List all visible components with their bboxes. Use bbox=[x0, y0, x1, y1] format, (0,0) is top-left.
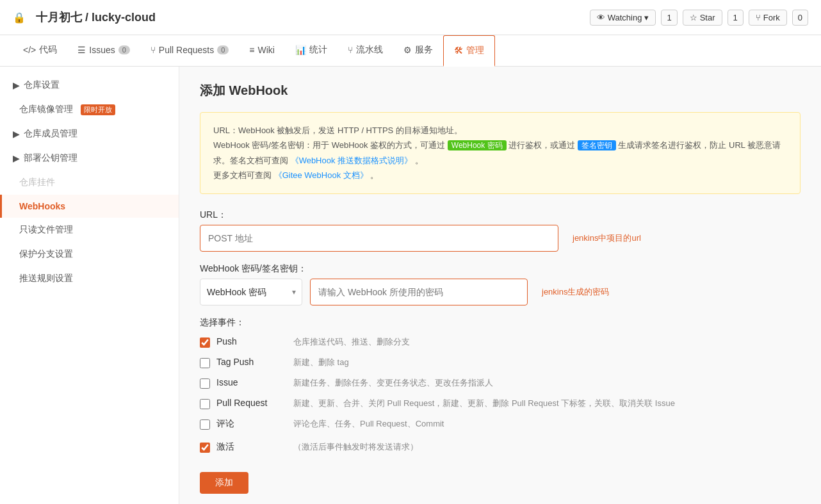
star-icon: ☆ bbox=[690, 13, 697, 22]
star-label: Star bbox=[700, 13, 715, 22]
push-label: Push bbox=[216, 336, 280, 346]
org-link[interactable]: 十月初七 bbox=[36, 11, 82, 24]
issue-checkbox[interactable] bbox=[200, 378, 210, 389]
webhook-type-select[interactable]: WebHook 密码 签名密钥 bbox=[200, 279, 302, 305]
sidebar-member-label: 仓库成员管理 bbox=[24, 128, 77, 140]
header-title: 十月初七 / lucky-cloud bbox=[36, 10, 156, 25]
nav: </> 代码 ☰ Issues 0 ⑂ Pull Requests 0 ≡ Wi… bbox=[0, 35, 821, 67]
active-checkbox[interactable] bbox=[200, 443, 210, 453]
push-desc: 仓库推送代码、推送、删除分支 bbox=[293, 336, 410, 348]
layout: ▶ 仓库设置 仓库镜像管理 限时开放 ▶ 仓库成员管理 ▶ 部署公钥管理 仓库挂… bbox=[0, 67, 821, 504]
pipeline-icon: ⑂ bbox=[348, 45, 353, 55]
sidebar-item-repo-plugin[interactable]: 仓库挂件 bbox=[0, 170, 179, 195]
issues-icon: ☰ bbox=[77, 45, 86, 55]
submit-section: 添加 bbox=[200, 466, 801, 494]
pull-request-checkbox[interactable] bbox=[200, 399, 210, 409]
nav-item-manage[interactable]: 🛠 管理 bbox=[443, 35, 495, 67]
pull-request-desc: 新建、更新、合并、关闭 Pull Request，新建、更新、删除 Pull R… bbox=[293, 398, 675, 409]
sidebar-plugin-label: 仓库挂件 bbox=[19, 177, 55, 188]
nav-item-wiki[interactable]: ≡ Wiki bbox=[239, 35, 285, 66]
manage-icon: 🛠 bbox=[454, 45, 463, 56]
url-label: URL： bbox=[200, 209, 801, 221]
active-desc: （激活后事件触发时将发送请求） bbox=[293, 441, 418, 453]
webhook-password-tag: WebHook 密码 bbox=[448, 140, 507, 150]
chevron-down-icon: ▾ bbox=[644, 13, 649, 22]
password-input[interactable] bbox=[310, 279, 528, 305]
header: 🔒 十月初七 / lucky-cloud 👁 Watching ▾ 1 ☆ St… bbox=[0, 0, 821, 35]
info-line2: WebHook 密码/签名密钥：用于 WebHook 鉴权的方式，可通过 Web… bbox=[213, 138, 787, 168]
info-box: URL：WebHook 被触发后，发送 HTTP / HTTPS 的目标通知地址… bbox=[200, 112, 801, 194]
sidebar-mirror-label: 仓库镜像管理 bbox=[19, 104, 73, 115]
issue-label: Issue bbox=[216, 377, 280, 387]
arrow-icon-member: ▶ bbox=[13, 129, 20, 139]
event-row-comment: 评论 评论仓库、任务、Pull Request、Commit bbox=[200, 418, 801, 430]
gitee-webhook-doc-link[interactable]: 《Gitee WebHook 文档》 bbox=[274, 170, 368, 180]
lock-icon: 🔒 bbox=[13, 12, 26, 24]
nav-item-issues[interactable]: ☰ Issues 0 bbox=[67, 35, 140, 66]
format-doc-link[interactable]: 《WebHook 推送数据格式说明》 bbox=[291, 156, 412, 165]
nav-item-stats[interactable]: 📊 统计 bbox=[285, 35, 337, 66]
wiki-icon: ≡ bbox=[249, 45, 254, 55]
fork-button[interactable]: ⑂ Fork bbox=[749, 10, 787, 26]
events-group: 选择事件： Push 仓库推送代码、推送、删除分支 Tag Push 新建、删除… bbox=[200, 317, 801, 430]
sidebar-item-push-rules[interactable]: 推送规则设置 bbox=[0, 266, 179, 291]
secret-label: WebHook 密码/签名密钥： bbox=[200, 263, 801, 275]
sidebar-item-branch-protect[interactable]: 保护分支设置 bbox=[0, 242, 179, 266]
events-label: 选择事件： bbox=[200, 317, 801, 329]
nav-item-code[interactable]: </> 代码 bbox=[13, 35, 67, 66]
sidebar-item-readonly-files[interactable]: 只读文件管理 bbox=[0, 218, 179, 242]
code-icon: </> bbox=[23, 45, 36, 55]
add-button[interactable]: 添加 bbox=[200, 472, 248, 494]
event-row-issue: Issue 新建任务、删除任务、变更任务状态、更改任务指派人 bbox=[200, 377, 801, 389]
pull-request-label: Pull Request bbox=[216, 398, 280, 408]
active-row: 激活 （激活后事件触发时将发送请求） bbox=[200, 441, 801, 453]
separator: / bbox=[85, 11, 92, 24]
pr-icon: ⑂ bbox=[150, 45, 156, 55]
sidebar-item-repo-settings[interactable]: ▶ 仓库设置 bbox=[0, 73, 179, 97]
secret-group: WebHook 密码/签名密钥： WebHook 密码 签名密钥 jenkins… bbox=[200, 263, 801, 305]
push-checkbox[interactable] bbox=[200, 337, 210, 348]
page-title: 添加 WebHook bbox=[200, 82, 801, 99]
sidebar-push-label: 推送规则设置 bbox=[19, 273, 73, 284]
arrow-icon-deploy: ▶ bbox=[13, 153, 20, 163]
active-label: 激活 bbox=[216, 441, 280, 453]
password-hint: jenkins生成的密码 bbox=[542, 286, 609, 298]
header-actions: 👁 Watching ▾ 1 ☆ Star 1 ⑂ Fork 0 bbox=[590, 10, 808, 26]
watch-button[interactable]: 👁 Watching ▾ bbox=[590, 10, 656, 26]
issues-badge: 0 bbox=[118, 45, 130, 54]
tag-push-label: Tag Push bbox=[216, 357, 280, 367]
nav-item-services[interactable]: ⚙ 服务 bbox=[393, 35, 443, 66]
comment-label: 评论 bbox=[216, 418, 280, 430]
url-input[interactable] bbox=[200, 225, 558, 252]
watch-count[interactable]: 1 bbox=[661, 10, 677, 26]
main-content: 添加 WebHook URL：WebHook 被触发后，发送 HTTP / HT… bbox=[179, 67, 821, 504]
sidebar: ▶ 仓库设置 仓库镜像管理 限时开放 ▶ 仓库成员管理 ▶ 部署公钥管理 仓库挂… bbox=[0, 67, 179, 504]
star-count[interactable]: 1 bbox=[728, 10, 744, 26]
event-row-tag-push: Tag Push 新建、删除 tag bbox=[200, 357, 801, 368]
secret-row: WebHook 密码 签名密钥 jenkins生成的密码 bbox=[200, 279, 801, 305]
repo-link[interactable]: lucky-cloud bbox=[92, 11, 156, 24]
sidebar-item-webhooks[interactable]: WebHooks bbox=[0, 195, 179, 218]
sidebar-item-member-manage[interactable]: ▶ 仓库成员管理 bbox=[0, 122, 179, 146]
url-hint: jenkins中项目的url bbox=[573, 232, 641, 244]
stats-icon: 📊 bbox=[295, 45, 306, 55]
signing-key-tag: 签名密钥 bbox=[578, 140, 616, 150]
event-row-pull-request: Pull Request 新建、更新、合并、关闭 Pull Request，新建… bbox=[200, 398, 801, 409]
fork-count[interactable]: 0 bbox=[792, 10, 808, 26]
nav-item-pullrequests[interactable]: ⑂ Pull Requests 0 bbox=[140, 35, 240, 66]
star-button[interactable]: ☆ Star bbox=[683, 10, 722, 26]
sidebar-item-mirror-manage[interactable]: 仓库镜像管理 限时开放 bbox=[0, 97, 179, 122]
url-group: URL： jenkins中项目的url bbox=[200, 209, 801, 252]
comment-checkbox[interactable] bbox=[200, 419, 210, 430]
sidebar-deploy-label: 部署公钥管理 bbox=[24, 152, 77, 164]
sidebar-item-deploy-key[interactable]: ▶ 部署公钥管理 bbox=[0, 146, 179, 170]
sidebar-branch-label: 保护分支设置 bbox=[19, 248, 73, 260]
info-line1: URL：WebHook 被触发后，发送 HTTP / HTTPS 的目标通知地址… bbox=[213, 123, 787, 138]
url-row: jenkins中项目的url bbox=[200, 225, 801, 252]
webhook-type-wrapper: WebHook 密码 签名密钥 bbox=[200, 279, 302, 305]
tag-push-checkbox[interactable] bbox=[200, 358, 210, 368]
limited-badge: 限时开放 bbox=[81, 104, 115, 115]
nav-item-pipeline[interactable]: ⑂ 流水线 bbox=[337, 35, 393, 66]
sidebar-webhooks-label: WebHooks bbox=[19, 201, 65, 211]
issue-desc: 新建任务、删除任务、变更任务状态、更改任务指派人 bbox=[293, 377, 493, 389]
